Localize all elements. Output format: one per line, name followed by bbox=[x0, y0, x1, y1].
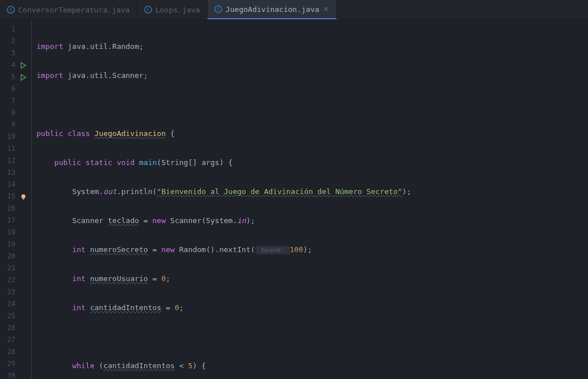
tab-juego[interactable]: C JuegoAdivinacion.java bbox=[207, 0, 337, 19]
code-line: import java.util.Random; bbox=[36, 40, 588, 52]
line-number[interactable]: 12 bbox=[0, 155, 31, 167]
line-number[interactable]: 30 bbox=[0, 370, 31, 379]
java-class-icon: C bbox=[144, 6, 152, 14]
code-line: public static void main(String[] args) { bbox=[36, 156, 588, 168]
code-line bbox=[36, 98, 588, 110]
java-class-icon: C bbox=[214, 5, 222, 13]
line-number[interactable]: 11 bbox=[0, 143, 31, 155]
code-line: int numeroUsuario = 0; bbox=[36, 273, 588, 285]
svg-rect-7 bbox=[23, 198, 24, 199]
line-number[interactable]: 4 bbox=[0, 59, 31, 71]
line-number[interactable]: 13 bbox=[0, 167, 31, 179]
line-number[interactable]: 9 bbox=[0, 119, 31, 131]
svg-text:C: C bbox=[217, 7, 220, 12]
line-number[interactable]: 17 bbox=[0, 215, 31, 226]
line-number[interactable]: 15 bbox=[0, 191, 31, 203]
line-number[interactable]: 28 bbox=[0, 346, 31, 358]
tab-bar: C ConversorTemperatura.java C Loops.java… bbox=[0, 0, 588, 20]
line-number[interactable]: 18 bbox=[0, 226, 31, 238]
code-line: int numeroSecreto = new Random().nextInt… bbox=[36, 244, 588, 256]
line-number[interactable]: 23 bbox=[0, 286, 31, 298]
code-line bbox=[36, 331, 588, 343]
tab-label: ConversorTemperatura.java bbox=[18, 6, 130, 14]
line-number[interactable]: 24 bbox=[0, 298, 31, 310]
line-number[interactable]: 20 bbox=[0, 250, 31, 262]
line-number[interactable]: 19 bbox=[0, 238, 31, 250]
lightbulb-icon[interactable] bbox=[20, 193, 27, 200]
code-line: public class JuegoAdivinacion { bbox=[36, 127, 588, 139]
tab-label: JuegoAdivinacion.java bbox=[226, 5, 319, 14]
run-icon[interactable] bbox=[20, 74, 27, 81]
line-number[interactable]: 14 bbox=[0, 179, 31, 191]
code-line: System.out.println("Bienvenido al Juego … bbox=[36, 186, 588, 197]
code-line: import java.util.Scanner; bbox=[36, 69, 588, 81]
code-editor[interactable]: 1234567891011121314151617181920212223242… bbox=[0, 20, 588, 379]
line-number[interactable]: 2 bbox=[0, 35, 31, 47]
line-number[interactable]: 10 bbox=[0, 131, 31, 143]
line-number[interactable]: 29 bbox=[0, 358, 31, 370]
line-number[interactable]: 7 bbox=[0, 95, 31, 107]
line-number[interactable]: 1 bbox=[0, 23, 31, 35]
line-number[interactable]: 22 bbox=[0, 274, 31, 286]
run-icon[interactable] bbox=[20, 62, 27, 69]
tab-label: Loops.java bbox=[156, 6, 200, 14]
svg-text:C: C bbox=[10, 7, 13, 13]
line-number[interactable]: 6 bbox=[0, 83, 31, 95]
code-line: while (cantidadIntentos < 5) { bbox=[36, 360, 588, 372]
line-number[interactable]: 26 bbox=[0, 322, 31, 334]
line-number[interactable]: 8 bbox=[0, 107, 31, 119]
svg-text:C: C bbox=[146, 7, 149, 13]
svg-point-6 bbox=[22, 194, 26, 198]
line-number[interactable]: 25 bbox=[0, 310, 31, 322]
tab-conversor[interactable]: C ConversorTemperatura.java bbox=[0, 0, 137, 19]
java-class-icon: C bbox=[7, 6, 15, 14]
line-number[interactable]: 16 bbox=[0, 203, 31, 215]
code-area[interactable]: import java.util.Random; import java.uti… bbox=[31, 20, 588, 379]
line-number[interactable]: 5 bbox=[0, 71, 31, 83]
line-number[interactable]: 3 bbox=[0, 47, 31, 59]
tab-loops[interactable]: C Loops.java bbox=[137, 0, 207, 19]
line-number[interactable]: 27 bbox=[0, 334, 31, 346]
code-line: int cantidadIntentos = 0; bbox=[36, 302, 588, 314]
gutter: 1234567891011121314151617181920212223242… bbox=[0, 20, 31, 379]
close-icon[interactable] bbox=[322, 6, 329, 13]
code-line: Scanner teclado = new Scanner(System.in)… bbox=[36, 215, 588, 226]
line-number[interactable]: 21 bbox=[0, 262, 31, 274]
